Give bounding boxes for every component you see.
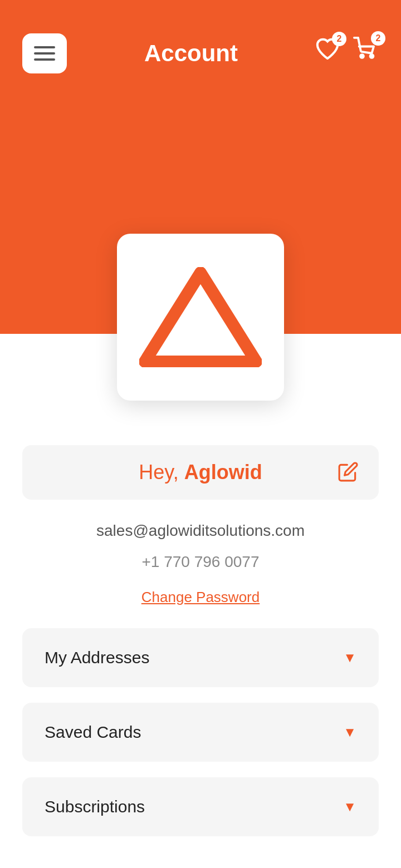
logo-card	[117, 234, 284, 401]
user-phone: +1 770 796 0077	[0, 553, 401, 571]
svg-point-0	[360, 55, 363, 57]
brand-logo	[139, 267, 262, 367]
accordion-section: My Addresses ▼ Saved Cards ▼ Subscriptio…	[22, 628, 379, 836]
wishlist-button[interactable]: 2	[315, 37, 340, 62]
subscriptions-label: Subscriptions	[45, 797, 145, 816]
header: Account 2 2	[0, 0, 401, 334]
chevron-down-icon: ▼	[343, 799, 356, 815]
chevron-down-icon: ▼	[343, 650, 356, 665]
content-area: Hey, Aglowid sales@aglowiditsolutions.co…	[0, 334, 401, 868]
my-addresses-label: My Addresses	[45, 648, 149, 667]
chevron-down-icon: ▼	[343, 724, 356, 740]
menu-line-2	[34, 52, 55, 55]
svg-point-1	[370, 55, 373, 57]
cart-button[interactable]: 2	[353, 37, 379, 62]
menu-line-1	[34, 46, 55, 48]
cart-badge: 2	[371, 31, 385, 46]
wishlist-badge: 2	[332, 32, 346, 46]
greeting-card: Hey, Aglowid	[22, 445, 379, 500]
change-password-section: Change Password	[0, 589, 401, 606]
saved-cards-accordion[interactable]: Saved Cards ▼	[22, 703, 379, 762]
menu-button[interactable]	[22, 33, 67, 73]
edit-profile-button[interactable]	[338, 461, 359, 484]
greeting-text: Hey, Aglowid	[139, 461, 262, 484]
header-icons: 2 2	[315, 33, 379, 62]
user-email: sales@aglowiditsolutions.com	[0, 522, 401, 540]
my-addresses-accordion[interactable]: My Addresses ▼	[22, 628, 379, 687]
page-title: Account	[67, 33, 315, 73]
user-name: Aglowid	[184, 461, 262, 484]
menu-line-3	[34, 58, 55, 61]
subscriptions-accordion[interactable]: Subscriptions ▼	[22, 777, 379, 836]
change-password-link[interactable]: Change Password	[141, 589, 260, 605]
saved-cards-label: Saved Cards	[45, 723, 141, 742]
greeting-prefix: Hey,	[139, 461, 184, 484]
